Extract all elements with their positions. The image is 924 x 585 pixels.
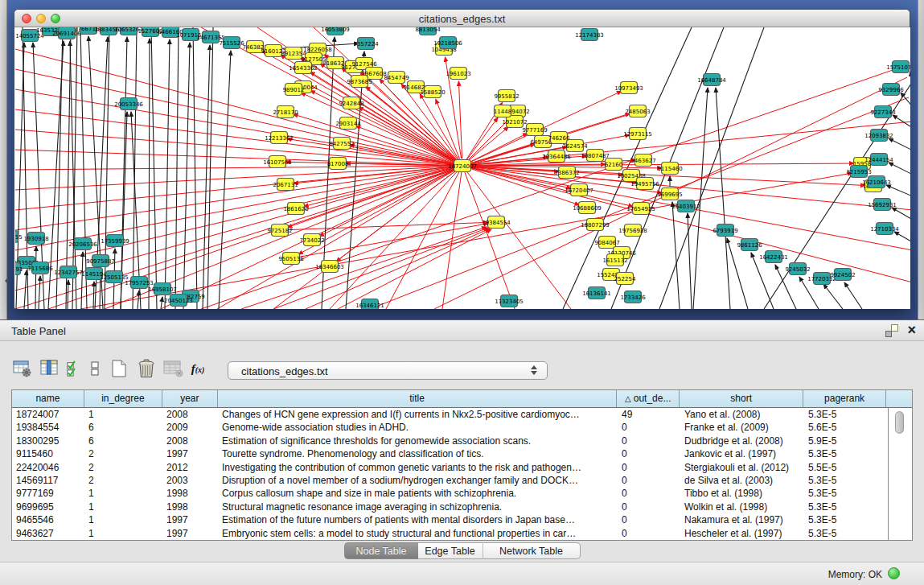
graph-node[interactable]: 9242848 (339, 97, 363, 109)
graph-node[interactable]: 7357224 (353, 38, 379, 50)
graph-node[interactable]: 1861620 (283, 203, 308, 215)
table-row[interactable]: 946554611997Estimation of the future num… (12, 513, 912, 526)
graph-node[interactable]: 12973115 (623, 128, 652, 140)
graph-node[interactable]: 9873685 (347, 76, 372, 88)
graph-node[interactable]: 62160 (605, 159, 622, 171)
table-row[interactable]: 977716911998Corpus callosum shape and si… (12, 487, 912, 500)
graph-node[interactable]: 252254 (614, 273, 636, 285)
table-row[interactable]: 911546021997Tourette syndrome. Phenomeno… (12, 447, 912, 460)
graph-node[interactable]: 7485063 (625, 105, 650, 117)
graph-node[interactable]: 11448 (494, 105, 511, 117)
graph-node[interactable]: 1930918 (23, 233, 48, 245)
control-panel-edge[interactable] (0, 0, 7, 319)
graph-node[interactable]: 9463627 (630, 154, 655, 167)
graph-node[interactable]: 8454749 (384, 72, 409, 84)
graph-node[interactable]: 12342757 (54, 266, 83, 278)
network-window[interactable]: citations_edges.txt 18724007746382291601… (14, 9, 910, 309)
vertical-scrollbar[interactable] (895, 411, 904, 434)
graph-node[interactable]: 9861126 (737, 239, 762, 251)
table-row[interactable]: 1938455462009Genome-wide association stu… (12, 421, 912, 434)
table-row[interactable]: 946362711997Embryonic stem cells: a mode… (12, 527, 912, 540)
graph-node[interactable]: 7386372 (554, 167, 579, 179)
graph-node[interactable]: 20053346 (114, 98, 143, 110)
graph-node[interactable]: 2903144 (335, 117, 361, 130)
graph-node[interactable]: 9777169 (522, 124, 547, 136)
graph-node[interactable]: 19756928 (618, 225, 647, 237)
graph-node[interactable]: 16346121 (355, 299, 384, 310)
graph-node[interactable]: 2718170 (273, 106, 298, 118)
graph-node[interactable]: 12213363 (265, 132, 294, 144)
graph-node[interactable]: 1961023 (446, 68, 470, 80)
graph-node[interactable]: 16422431 (759, 251, 788, 263)
graph-node[interactable]: 16107564 (263, 156, 292, 168)
graph-node[interactable]: 8215953 (846, 166, 871, 178)
show-columns-button[interactable] (39, 357, 61, 380)
network-canvas[interactable]: 1872400774638229160123891235418226058912… (15, 27, 910, 309)
graph-node[interactable]: 2067131 (273, 179, 298, 191)
graph-node[interactable]: 989012 (283, 84, 305, 96)
graph-node[interactable]: 16136141 (582, 287, 611, 299)
graph-node[interactable]: 9227343 (870, 106, 895, 118)
create-column-button[interactable] (108, 357, 130, 380)
tab-network-table[interactable]: Network Table (483, 542, 581, 559)
graph-node[interactable]: 1615132 (602, 254, 627, 266)
column-header-name[interactable]: name (12, 390, 84, 407)
delete-column-button[interactable] (135, 357, 158, 380)
graph-node[interactable]: 90975887 (86, 255, 115, 267)
unselect-attributes-button[interactable] (87, 357, 103, 380)
column-header-year[interactable]: year (162, 390, 218, 407)
graph-node[interactable]: 1588520 (420, 86, 445, 98)
results-panel-edge[interactable] (918, 0, 924, 319)
graph-node[interactable]: 16053809 (321, 27, 350, 35)
graph-node[interactable]: 9505136 (278, 253, 304, 265)
column-header-short[interactable]: short (680, 390, 803, 407)
memory-status-icon[interactable] (888, 567, 900, 579)
graph-node[interactable]: 9955812 (494, 90, 519, 102)
column-header-in_degree[interactable]: in_degree (84, 390, 162, 407)
graph-node[interactable]: 16346603 (315, 261, 344, 273)
network-window-titlebar[interactable]: citations_edges.txt (14, 10, 910, 27)
close-panel-icon[interactable]: × (907, 322, 916, 338)
function-builder-button[interactable]: f(x) (190, 357, 206, 380)
graph-node[interactable]: 9924502 (830, 269, 855, 281)
graph-node[interactable]: 7515526 (219, 37, 244, 49)
graph-node[interactable]: 1733426 (620, 291, 646, 303)
panel-collapse-arrow-icon[interactable] (2, 278, 8, 284)
tab-edge-table[interactable]: Edge Table (418, 542, 483, 559)
graph-node[interactable]: 9245032 (785, 263, 810, 275)
graph-node[interactable]: 12174383 (575, 29, 604, 41)
graph-node[interactable]: 11323405 (495, 295, 524, 307)
graph-node[interactable]: 10688609 (573, 202, 602, 214)
delete-table-button-disabled[interactable] (162, 357, 185, 380)
graph-node[interactable]: 12710334 (870, 223, 899, 235)
table-row[interactable]: 969969511998Structural magnetic resonanc… (12, 501, 912, 513)
table-selector-dropdown[interactable]: citations_edges.txt (228, 361, 548, 380)
graph-node[interactable]: 6793919 (713, 225, 737, 237)
tab-node-table[interactable]: Node Table (344, 542, 418, 559)
table-row[interactable]: 1872400712008Changes of HCN gene express… (12, 408, 912, 421)
graph-node[interactable]: 19384554 (482, 216, 511, 229)
table-row[interactable]: 1830029562008Estimation of significance … (12, 435, 912, 447)
graph-node[interactable]: 817008 (327, 158, 349, 170)
graph-node[interactable]: 9115460 (657, 163, 682, 175)
float-panel-icon[interactable] (885, 324, 898, 337)
table-options-button[interactable] (11, 357, 34, 380)
graph-node[interactable]: 15692931 (868, 199, 897, 211)
table-row[interactable]: 2242004622012Investigating the contribut… (12, 461, 912, 474)
column-header-pagerank[interactable]: pagerank (803, 390, 886, 407)
select-attributes-button[interactable] (66, 357, 82, 380)
table-row[interactable]: 1456911722003Disruption of a novel membe… (12, 474, 912, 487)
graph-node[interactable]: 3624574 (562, 140, 588, 152)
column-header-title[interactable]: title (218, 390, 618, 407)
graph-node[interactable]: 12093832 (864, 130, 893, 142)
graph-node[interactable]: 9329966 (878, 84, 904, 96)
graph-node[interactable]: 20364486 (542, 150, 571, 163)
table-panel-header[interactable]: Table Panel × (0, 320, 924, 341)
graph-node[interactable]: 9725182 (267, 225, 292, 237)
graph-node[interactable]: 1115686 (27, 262, 53, 274)
column-header-out_de-[interactable]: △out_de... (617, 390, 680, 407)
graph-node[interactable]: 8813054 (415, 27, 441, 35)
graph-node[interactable]: 8427552 (329, 138, 354, 150)
graph-node[interactable]: 10973493 (614, 82, 643, 94)
graph-node[interactable]: 9699695 (657, 188, 682, 200)
